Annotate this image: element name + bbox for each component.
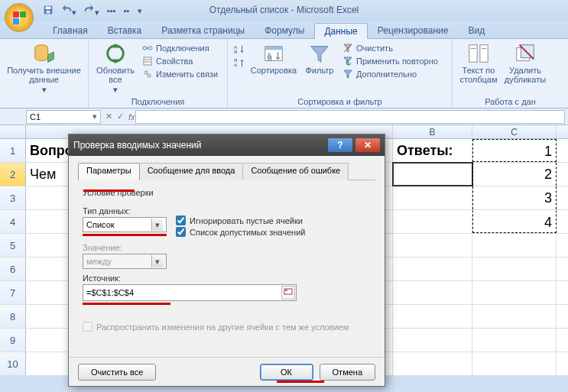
svg-rect-19 bbox=[265, 47, 283, 50]
get-external-label: Получить внешние данные bbox=[6, 66, 82, 84]
sort-az-button[interactable]: АЯ bbox=[232, 44, 246, 56]
svg-rect-8 bbox=[144, 57, 151, 65]
cell-active[interactable] bbox=[393, 163, 472, 186]
cell[interactable]: 4 bbox=[472, 210, 557, 233]
chevron-down-icon[interactable]: ▾ bbox=[93, 112, 97, 121]
tab-insert[interactable]: Вставка bbox=[98, 22, 152, 38]
chevron-down-icon: ▾ bbox=[151, 255, 163, 267]
col-header-b[interactable]: B bbox=[393, 125, 472, 138]
row-header[interactable]: 5 bbox=[0, 234, 26, 257]
remove-duplicates-button[interactable]: Удалить дубликаты bbox=[503, 40, 547, 86]
tab-error-alert[interactable]: Сообщение об ошибке bbox=[242, 163, 349, 180]
qat-item-icon[interactable]: ▪▪ bbox=[124, 6, 130, 15]
ttc-label: Текст по столбцам bbox=[459, 66, 498, 84]
fx-icon[interactable]: fx bbox=[128, 112, 135, 121]
get-external-data-button[interactable]: Получить внешние данные ▾ bbox=[5, 40, 83, 96]
properties-icon bbox=[142, 56, 153, 66]
help-button[interactable]: ? bbox=[328, 138, 352, 152]
clear-all-button[interactable]: Очистить все bbox=[78, 364, 156, 381]
range-picker-icon bbox=[284, 288, 293, 297]
sort-za-button[interactable]: ЯА bbox=[232, 57, 246, 69]
group-datatools-label: Работа с дан bbox=[457, 96, 563, 108]
row-header[interactable]: 6 bbox=[0, 258, 26, 280]
remove-dup-icon bbox=[514, 42, 537, 65]
refresh-label: Обновить все bbox=[95, 66, 136, 84]
sort-label: Сортировка bbox=[251, 66, 297, 76]
col-header-c[interactable]: C bbox=[472, 125, 557, 138]
cell[interactable]: 1 bbox=[472, 139, 557, 162]
formula-input[interactable] bbox=[135, 110, 565, 124]
row-header[interactable]: 1 bbox=[0, 139, 26, 162]
source-input[interactable] bbox=[83, 288, 281, 297]
svg-line-13 bbox=[147, 73, 148, 75]
qat-dropdown-icon[interactable]: ▾ bbox=[138, 6, 142, 16]
clear-filter-button[interactable]: Очистить bbox=[341, 42, 440, 54]
tab-parameters[interactable]: Параметры bbox=[78, 163, 140, 180]
advanced-filter-button[interactable]: Дополнительно bbox=[341, 68, 440, 80]
in-cell-dropdown-checkbox[interactable]: Список допустимых значений bbox=[176, 227, 305, 237]
ignore-blank-checkbox[interactable]: Игнорировать пустые ячейки bbox=[176, 215, 305, 225]
svg-rect-23 bbox=[469, 45, 477, 63]
refresh-all-button[interactable]: Обновить все ▾ bbox=[93, 40, 138, 96]
name-box[interactable]: C1▾ bbox=[26, 110, 101, 124]
data-validation-dialog: Проверка вводимых значений ? ✕ Параметры… bbox=[68, 134, 385, 387]
row-header[interactable]: 9 bbox=[0, 329, 26, 352]
range-picker-button[interactable] bbox=[281, 286, 295, 300]
svg-rect-28 bbox=[521, 45, 534, 58]
redo-icon[interactable]: ▾ bbox=[84, 5, 99, 18]
tab-input-message[interactable]: Сообщение для ввода bbox=[139, 163, 244, 180]
undo-icon[interactable]: ▾ bbox=[61, 5, 76, 18]
type-label: Тип данных: bbox=[83, 206, 167, 215]
sort-icon: АЯ bbox=[262, 42, 285, 65]
sort-desc-icon: ЯА bbox=[234, 57, 245, 68]
allow-type-select[interactable]: Список▾ bbox=[83, 217, 167, 232]
qat-item-icon[interactable]: ▪▪▪ bbox=[107, 6, 116, 15]
svg-rect-1 bbox=[46, 7, 51, 10]
save-icon[interactable] bbox=[43, 5, 54, 17]
cell[interactable]: Ответы: bbox=[393, 139, 472, 162]
group-connections-label: Подключения bbox=[93, 96, 222, 108]
cell[interactable]: 2 bbox=[472, 163, 557, 186]
filter-button[interactable]: Фильтр bbox=[301, 40, 338, 77]
edit-links-button[interactable]: Изменить связи bbox=[141, 68, 219, 80]
tab-home[interactable]: Главная bbox=[43, 22, 98, 38]
connections-button[interactable]: Подключения bbox=[141, 42, 219, 54]
row-header[interactable]: 7 bbox=[0, 281, 26, 304]
tab-data[interactable]: Данные bbox=[314, 23, 367, 39]
source-label: Источник: bbox=[83, 274, 371, 283]
svg-point-4 bbox=[108, 46, 124, 62]
office-button[interactable] bbox=[5, 3, 34, 32]
ribbon-tabs: Главная Вставка Разметка страницы Формул… bbox=[0, 21, 568, 38]
tab-page-layout[interactable]: Разметка страницы bbox=[151, 22, 255, 38]
close-button[interactable]: ✕ bbox=[355, 138, 380, 152]
chain-icon bbox=[142, 69, 153, 79]
tab-view[interactable]: Вид bbox=[458, 22, 495, 38]
row-header[interactable]: 8 bbox=[0, 305, 26, 328]
tab-formulas[interactable]: Формулы bbox=[255, 22, 314, 38]
reapply-button[interactable]: Применить повторно bbox=[341, 55, 440, 67]
data-operator-select: между▾ bbox=[83, 254, 167, 269]
text-to-columns-button[interactable]: Текст по столбцам bbox=[457, 40, 500, 86]
quick-access-toolbar: ▾ ▾ ▪▪▪ ▪▪ ▾ bbox=[43, 5, 142, 18]
row-header[interactable]: 3 bbox=[0, 186, 26, 209]
select-all-corner[interactable] bbox=[0, 125, 26, 138]
row-header[interactable]: 10 bbox=[0, 352, 26, 375]
cancel-icon: ✕ bbox=[105, 112, 112, 121]
filter-label: Фильтр bbox=[306, 66, 334, 76]
row-header[interactable]: 4 bbox=[0, 210, 26, 233]
sort-button[interactable]: АЯ Сортировка bbox=[249, 40, 298, 77]
confirm-icon: ✓ bbox=[117, 112, 124, 121]
chevron-down-icon: ▾ bbox=[151, 219, 163, 231]
cell[interactable]: 3 bbox=[472, 186, 557, 209]
svg-text:А: А bbox=[234, 62, 238, 67]
row-header[interactable]: 2 bbox=[0, 163, 26, 186]
cancel-button[interactable]: Отмена bbox=[320, 364, 375, 381]
reapply-icon bbox=[342, 56, 353, 66]
ok-button[interactable]: ОК bbox=[260, 364, 313, 381]
advanced-icon bbox=[342, 69, 353, 79]
source-input-wrapper bbox=[83, 284, 297, 301]
tab-review[interactable]: Рецензирование bbox=[368, 22, 459, 38]
properties-button[interactable]: Свойства bbox=[141, 55, 219, 67]
database-icon bbox=[33, 42, 56, 65]
refresh-icon bbox=[104, 42, 127, 65]
